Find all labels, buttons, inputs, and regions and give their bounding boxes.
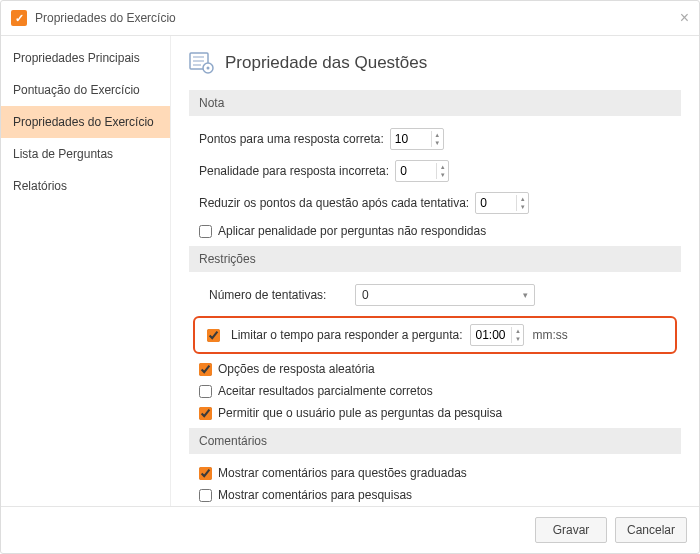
sidebar-item-question-list[interactable]: Lista de Perguntas — [1, 138, 170, 170]
random-checkbox[interactable] — [199, 363, 212, 376]
settings-list-icon — [189, 50, 215, 76]
survey-checkbox[interactable] — [199, 489, 212, 502]
sidebar-item-label: Relatórios — [13, 179, 67, 193]
limit-time-input[interactable] — [471, 326, 511, 344]
survey-label: Mostrar comentários para pesquisas — [218, 488, 412, 502]
reduce-spinner[interactable]: ▲▼ — [475, 192, 529, 214]
page-title: Propriedade das Questões — [225, 53, 427, 73]
spinner-arrows[interactable]: ▲▼ — [511, 327, 523, 343]
app-icon: ✓ — [11, 10, 27, 26]
skip-label: Permitir que o usuário pule as perguntas… — [218, 406, 502, 420]
reduce-input[interactable] — [476, 194, 516, 212]
sidebar-item-label: Propriedades do Exercício — [13, 115, 154, 129]
partial-label: Aceitar resultados parcialmente corretos — [218, 384, 433, 398]
page-header: Propriedade das Questões — [171, 36, 699, 90]
points-label: Pontos para uma resposta correta: — [199, 132, 384, 146]
graded-label: Mostrar comentários para questões gradua… — [218, 466, 467, 480]
apply-penalty-checkbox[interactable] — [199, 225, 212, 238]
limit-time-highlight: Limitar o tempo para responder a pergunt… — [193, 316, 677, 354]
penalty-row: Penalidade para resposta incorreta: ▲▼ — [199, 160, 681, 182]
random-label: Opções de resposta aleatória — [218, 362, 375, 376]
spinner-arrows[interactable]: ▲▼ — [431, 131, 443, 147]
reduce-row: Reduzir os pontos da questão após cada t… — [199, 192, 681, 214]
points-input[interactable] — [391, 130, 431, 148]
cancel-button[interactable]: Cancelar — [615, 517, 687, 543]
section-header-comentarios: Comentários — [189, 428, 681, 454]
graded-checkbox[interactable] — [199, 467, 212, 480]
attempts-value: 0 — [362, 288, 369, 302]
sidebar: Propriedades Principais Pontuação do Exe… — [1, 36, 171, 506]
sidebar-item-reports[interactable]: Relatórios — [1, 170, 170, 202]
svg-point-5 — [207, 67, 210, 70]
sidebar-item-label: Propriedades Principais — [13, 51, 140, 65]
attempts-select[interactable]: 0 ▾ — [355, 284, 535, 306]
apply-penalty-row: Aplicar penalidade por perguntas não res… — [199, 224, 681, 238]
sidebar-item-exercise-props[interactable]: Propriedades do Exercício — [1, 106, 170, 138]
points-row: Pontos para uma resposta correta: ▲▼ — [199, 128, 681, 150]
skip-checkbox[interactable] — [199, 407, 212, 420]
limit-time-unit: mm:ss — [532, 328, 567, 342]
points-spinner[interactable]: ▲▼ — [390, 128, 444, 150]
attempts-row: Número de tentativas: 0 ▾ — [209, 284, 681, 306]
limit-time-label: Limitar o tempo para responder a pergunt… — [231, 328, 462, 342]
skip-row: Permitir que o usuário pule as perguntas… — [199, 406, 681, 420]
page-content: Nota Pontos para uma resposta correta: ▲… — [171, 90, 699, 506]
limit-time-spinner[interactable]: ▲▼ — [470, 324, 524, 346]
titlebar: ✓ Propriedades do Exercício × — [1, 1, 699, 36]
penalty-input[interactable] — [396, 162, 436, 180]
reduce-label: Reduzir os pontos da questão após cada t… — [199, 196, 469, 210]
partial-checkbox[interactable] — [199, 385, 212, 398]
spinner-arrows[interactable]: ▲▼ — [436, 163, 448, 179]
spinner-arrows[interactable]: ▲▼ — [516, 195, 528, 211]
apply-penalty-label: Aplicar penalidade por perguntas não res… — [218, 224, 486, 238]
random-row: Opções de resposta aleatória — [199, 362, 681, 376]
sidebar-item-label: Lista de Perguntas — [13, 147, 113, 161]
window-title: Propriedades do Exercício — [35, 11, 176, 25]
limit-time-checkbox[interactable] — [207, 329, 220, 342]
close-icon[interactable]: × — [680, 9, 689, 27]
penalty-spinner[interactable]: ▲▼ — [395, 160, 449, 182]
survey-row: Mostrar comentários para pesquisas — [199, 488, 681, 502]
sidebar-item-main-props[interactable]: Propriedades Principais — [1, 42, 170, 74]
save-button[interactable]: Gravar — [535, 517, 607, 543]
section-header-nota: Nota — [189, 90, 681, 116]
attempts-label: Número de tentativas: — [209, 288, 349, 302]
sidebar-item-label: Pontuação do Exercício — [13, 83, 140, 97]
partial-row: Aceitar resultados parcialmente corretos — [199, 384, 681, 398]
dialog-footer: Gravar Cancelar — [1, 506, 699, 553]
chevron-down-icon: ▾ — [523, 290, 528, 300]
sidebar-item-scoring[interactable]: Pontuação do Exercício — [1, 74, 170, 106]
graded-row: Mostrar comentários para questões gradua… — [199, 466, 681, 480]
section-header-restricoes: Restrições — [189, 246, 681, 272]
penalty-label: Penalidade para resposta incorreta: — [199, 164, 389, 178]
